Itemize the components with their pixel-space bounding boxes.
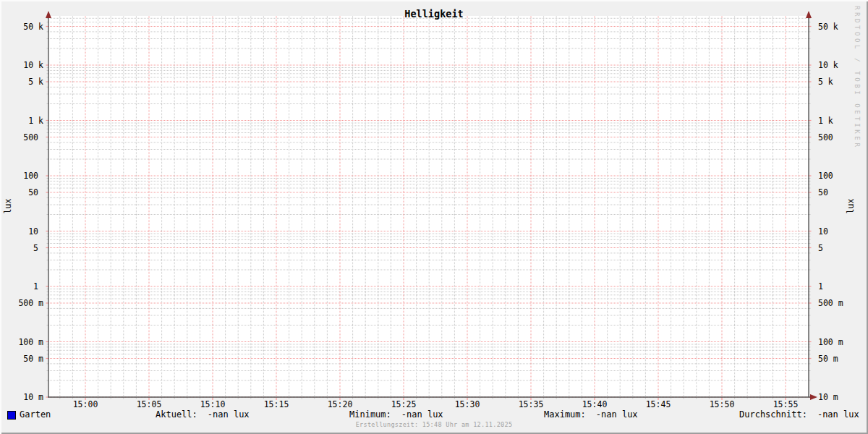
y-tick-label-right: 500 m	[818, 298, 843, 308]
y-tick-label-right: 5	[818, 243, 823, 253]
y-tick-label-left: 500 m	[18, 298, 43, 308]
y-tick-label-right: 1 k	[818, 116, 833, 126]
chart-title: Helligkeit	[0, 8, 868, 20]
stat-aktuell: Aktuell:-nan lux	[156, 409, 250, 420]
y-tick-label-right: 50 m	[818, 354, 838, 364]
x-tick-label: 15:35	[519, 399, 544, 409]
stat-maximum: Maximum:-nan lux	[544, 409, 638, 420]
y-tick-label-right: 10 k	[818, 60, 838, 70]
y-tick-label-left: 100	[23, 171, 38, 181]
stat-maximum-value: -nan lux	[596, 409, 638, 420]
arrow-right	[810, 394, 817, 400]
y-tick-label-left: 10	[28, 226, 38, 237]
rrdtool-watermark: RRDTOOL / TOBI OETIKER	[854, 6, 861, 149]
stat-durchschnitt-label: Durchschnitt:	[739, 409, 807, 420]
legend-color-swatch	[7, 411, 16, 420]
x-tick-label: 15:25	[391, 399, 417, 409]
stat-aktuell-label: Aktuell:	[156, 409, 197, 420]
x-tick-label: 15:00	[73, 399, 98, 409]
y-tick-label-left: 1	[33, 281, 38, 292]
y-axis-label-left: lux	[3, 199, 13, 214]
y-tick-label-left: 5	[33, 243, 38, 253]
stat-maximum-label: Maximum:	[544, 409, 586, 420]
y-tick-label-right: 500	[818, 132, 833, 142]
plot-area: 50 k50 k10 k10 k5 k5 k1 k1 k500500100100…	[0, 0, 868, 434]
y-tick-label-left: 5 k	[28, 77, 43, 87]
y-tick-label-left: 100 m	[18, 337, 43, 347]
y-tick-label-left: 10 m	[23, 392, 43, 402]
x-tick-label: 15:50	[710, 399, 735, 409]
creation-time: Erstellungszeit: 15:48 Uhr am 12.11.2025	[0, 421, 868, 428]
y-tick-label-left: 50 k	[23, 22, 43, 32]
y-tick-label-right: 100	[818, 171, 833, 181]
x-tick-label: 15:40	[582, 399, 608, 409]
y-tick-label-right: 10 m	[818, 392, 838, 402]
stat-durchschnitt: Durchschnitt:-nan lux	[739, 409, 859, 420]
y-tick-label-right: 100 m	[818, 337, 843, 347]
x-tick-label: 15:20	[328, 399, 353, 409]
y-tick-label-right: 10	[818, 226, 828, 237]
stat-minimum-value: -nan lux	[401, 409, 443, 420]
x-tick-label: 15:30	[455, 399, 480, 409]
y-tick-label-left: 500	[23, 132, 38, 142]
stat-minimum: Minimum:-nan lux	[349, 409, 443, 420]
y-tick-label-left: 50	[28, 187, 38, 197]
y-tick-label-right: 1	[818, 281, 823, 292]
y-tick-label-right: 50	[818, 187, 828, 197]
y-tick-label-right: 50 k	[818, 22, 838, 32]
stat-minimum-label: Minimum:	[349, 409, 391, 420]
y-axis-label-right: lux	[846, 199, 856, 214]
y-tick-label-left: 10 k	[23, 60, 43, 70]
x-tick-label: 15:15	[264, 399, 289, 409]
x-tick-label: 15:55	[773, 399, 799, 409]
stat-aktuell-value: -nan lux	[208, 409, 250, 420]
legend-series-label: Garten	[20, 409, 51, 420]
x-tick-label: 15:05	[137, 399, 162, 409]
stat-durchschnitt-value: -nan lux	[817, 409, 859, 420]
x-tick-label: 15:45	[646, 399, 671, 409]
y-tick-label-left: 1 k	[28, 116, 43, 126]
rrdtool-graph-canvas: 50 k50 k10 k10 k5 k5 k1 k1 k500500100100…	[0, 0, 868, 434]
plot-background	[48, 16, 809, 397]
y-tick-label-left: 50 m	[23, 354, 43, 364]
x-tick-label: 15:10	[200, 399, 226, 409]
y-tick-label-right: 5 k	[818, 77, 833, 87]
